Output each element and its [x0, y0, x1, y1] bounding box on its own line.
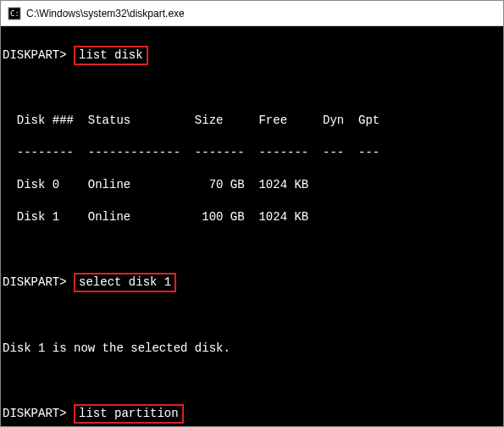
terminal-output[interactable]: DISKPART> list disk Disk ### Status Size…: [1, 26, 503, 426]
table-row: Disk 0 Online 70 GB 1024 KB: [3, 177, 501, 193]
cmd-list-disk: list disk: [74, 46, 148, 65]
prompt: DISKPART>: [3, 275, 67, 289]
app-icon: C:: [8, 7, 21, 20]
cmd-list-partition: list partition: [74, 404, 184, 424]
cmd-select-disk: select disk 1: [74, 273, 176, 292]
prompt: DISKPART>: [3, 48, 67, 62]
svg-text:C:: C:: [10, 9, 19, 18]
table-row: Disk 1 Online 100 GB 1024 KB: [3, 209, 501, 225]
disk-table-divider: -------- ------------- ------- ------- -…: [3, 145, 501, 161]
window-title: C:\Windows\system32\diskpart.exe: [26, 8, 185, 19]
titlebar[interactable]: C: C:\Windows\system32\diskpart.exe: [1, 1, 503, 26]
message-disk-selected: Disk 1 is now the selected disk.: [3, 341, 501, 357]
disk-table-header: Disk ### Status Size Free Dyn Gpt: [3, 113, 501, 129]
prompt: DISKPART>: [3, 407, 67, 420]
diskpart-window: C: C:\Windows\system32\diskpart.exe DISK…: [0, 0, 504, 427]
